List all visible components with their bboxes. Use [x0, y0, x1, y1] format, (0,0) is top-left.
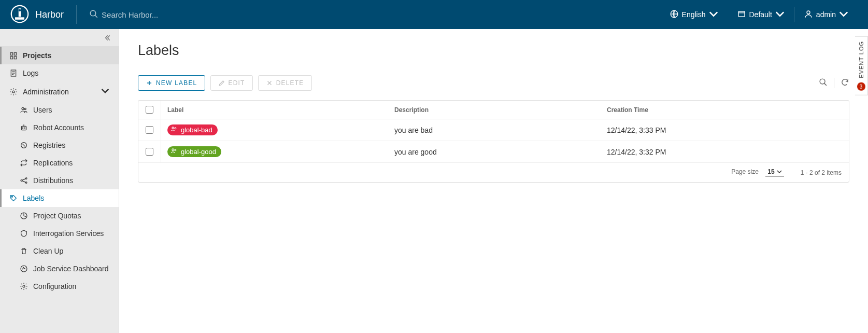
sidebar-item-label: Projects [23, 51, 51, 60]
toolbar-divider [834, 78, 834, 88]
sidebar-item-logs[interactable]: Logs [0, 64, 119, 82]
theme-selector[interactable]: Default [728, 9, 794, 20]
edit-text: EDIT [229, 79, 245, 87]
label-pill: global-bad [167, 124, 218, 135]
search-icon [89, 9, 102, 20]
row-description: you are bad [394, 126, 607, 134]
sidebar-item-registries[interactable]: Registries [0, 136, 119, 154]
page-title: Labels [138, 43, 849, 59]
svg-point-22 [22, 128, 23, 128]
new-label-text: NEW LABEL [156, 79, 197, 87]
sidebar-item-label: Logs [23, 69, 38, 77]
sidebar-item-configuration[interactable]: Configuration [0, 278, 119, 295]
header-divider [76, 5, 77, 24]
delete-text: DELETE [276, 79, 304, 87]
palette-icon [737, 9, 746, 20]
sidebar-item-administration[interactable]: Administration [0, 82, 119, 101]
sidebar-item-label: Administration [23, 88, 69, 96]
svg-point-42 [175, 128, 176, 129]
delete-button[interactable]: DELETE [258, 75, 312, 91]
user-menu[interactable]: admin [794, 9, 858, 20]
sidebar-item-label: Replications [33, 159, 73, 167]
sidebar-item-label: Interrogation Services [33, 229, 104, 238]
theme-label: Default [749, 10, 772, 19]
svg-point-44 [175, 149, 176, 151]
row-checkbox[interactable] [146, 126, 153, 134]
page-size-selector[interactable]: 15 [765, 168, 784, 177]
language-selector[interactable]: English [660, 9, 728, 20]
label-name: global-bad [181, 126, 212, 134]
label-icon [170, 126, 178, 134]
sidebar-item-projects[interactable]: Projects [0, 47, 119, 64]
chevron-down-icon [101, 87, 109, 96]
svg-line-25 [22, 144, 25, 146]
label-icon [170, 147, 178, 156]
sidebar-item-users[interactable]: Users [0, 101, 119, 119]
column-header-label[interactable]: Label [161, 106, 394, 114]
svg-line-4 [95, 15, 97, 18]
svg-rect-9 [10, 53, 13, 56]
sidebar-item-distributions[interactable]: Distributions [0, 172, 119, 189]
globe-icon [670, 9, 679, 20]
svg-line-29 [22, 179, 26, 181]
svg-point-18 [22, 107, 24, 109]
harbor-logo-icon [10, 5, 29, 25]
select-all-checkbox[interactable] [146, 106, 153, 114]
row-checkbox[interactable] [146, 148, 153, 156]
sidebar-item-label: Configuration [33, 282, 76, 290]
sidebar-item-project-quotas[interactable]: Project Quotas [0, 207, 119, 225]
svg-rect-10 [14, 53, 17, 56]
table-row[interactable]: global-bad you are bad 12/14/22, 3:33 PM [138, 119, 849, 141]
event-log-tab[interactable]: 3 EVENT LOG [855, 36, 868, 95]
page-size-label: Page size [731, 168, 759, 175]
sidebar-item-label: Clean Up [33, 247, 63, 255]
edit-button[interactable]: EDIT [210, 75, 253, 91]
refresh-icon[interactable] [841, 78, 849, 88]
sidebar-item-robot-accounts[interactable]: Robot Accounts [0, 119, 119, 136]
svg-point-41 [172, 127, 174, 129]
svg-point-3 [90, 10, 96, 16]
sidebar-item-label: Distributions [33, 176, 73, 185]
svg-rect-6 [738, 11, 745, 17]
new-label-button[interactable]: NEW LABEL [138, 75, 205, 91]
column-header-description[interactable]: Description [394, 106, 607, 114]
svg-point-19 [24, 108, 26, 109]
sidebar-item-label: Registries [33, 141, 65, 149]
brand-name: Harbor [35, 9, 64, 20]
search-input[interactable] [102, 10, 257, 19]
sidebar-item-label: Robot Accounts [33, 123, 84, 132]
svg-point-17 [12, 91, 15, 93]
svg-point-26 [21, 180, 22, 182]
sidebar-collapse-button[interactable] [0, 29, 119, 47]
svg-rect-20 [21, 126, 26, 130]
sidebar-item-label: Users [33, 106, 52, 114]
sidebar-item-labels[interactable]: Labels [0, 189, 119, 207]
sidebar-item-label: Labels [23, 194, 44, 202]
column-header-creation-time[interactable]: Creation Time [607, 106, 849, 114]
svg-line-40 [824, 84, 827, 86]
chevron-down-icon [775, 9, 785, 20]
row-description: you are good [394, 148, 607, 156]
sidebar-item-clean-up[interactable]: Clean Up [0, 242, 119, 260]
label-name: global-good [181, 148, 216, 156]
pagination-text: 1 - 2 of 2 items [801, 169, 842, 176]
filter-search-icon[interactable] [819, 78, 828, 88]
sidebar-item-job-service-dashboard[interactable]: Job Service Dashboard [0, 260, 119, 278]
svg-point-8 [807, 11, 810, 14]
user-label: admin [816, 10, 836, 19]
svg-point-31 [11, 196, 12, 197]
language-label: English [682, 10, 706, 19]
svg-line-30 [22, 181, 26, 183]
event-log-label: EVENT LOG [858, 41, 864, 78]
chevron-down-icon [839, 9, 848, 20]
svg-point-34 [23, 285, 25, 287]
table-row[interactable]: global-good you are good 12/14/22, 3:32 … [138, 141, 849, 163]
sidebar-item-replications[interactable]: Replications [0, 154, 119, 172]
row-creation-time: 12/14/22, 3:33 PM [607, 126, 849, 134]
svg-point-43 [172, 149, 174, 151]
event-log-badge: 3 [857, 82, 865, 91]
svg-point-23 [24, 128, 25, 128]
row-creation-time: 12/14/22, 3:32 PM [607, 148, 849, 156]
sidebar-item-interrogation-services[interactable]: Interrogation Services [0, 225, 119, 242]
svg-rect-12 [14, 57, 17, 59]
